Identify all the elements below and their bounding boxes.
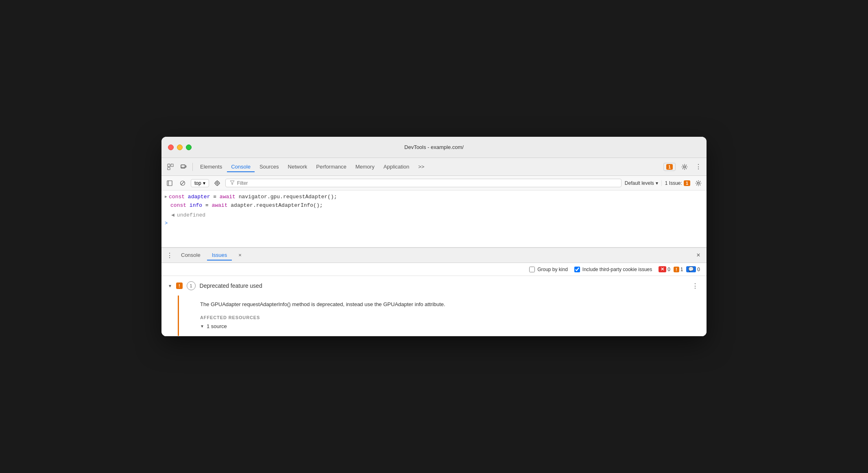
include-third-party-label[interactable]: Include third-party cookie issues <box>574 267 652 272</box>
more-options-icon[interactable]: ⋮ <box>694 162 703 172</box>
error-count-text: 0 <box>667 267 670 272</box>
window-title: DevTools - example.com/ <box>404 144 464 150</box>
traffic-lights <box>168 145 192 150</box>
sidebar-toggle-icon[interactable] <box>165 178 174 188</box>
toolbar-divider <box>192 163 193 171</box>
group-by-kind-checkbox[interactable] <box>529 267 535 272</box>
keyword-await-1: await <box>220 194 239 200</box>
fn-requestAdapterInfo: adapter.requestAdapterInfo(); <box>231 202 323 208</box>
source-toggle[interactable]: ▼ 1 source <box>200 323 700 329</box>
default-levels-label: Default levels <box>625 180 654 186</box>
info-count-text: 0 <box>697 267 700 272</box>
issue-more-icon[interactable]: ⋮ <box>690 281 700 291</box>
prompt-line[interactable]: > <box>161 219 707 228</box>
svg-rect-1 <box>171 164 173 166</box>
filter-input[interactable] <box>237 180 617 186</box>
settings-icon[interactable] <box>679 161 690 173</box>
svg-rect-7 <box>167 181 172 186</box>
svg-rect-0 <box>168 164 170 166</box>
keyword-const-1: const <box>169 194 188 200</box>
svg-rect-3 <box>181 165 185 168</box>
svg-point-6 <box>684 166 686 168</box>
tab-memory[interactable]: Memory <box>351 161 379 172</box>
issues-counts: ✕ 0 ! 1 💬 0 <box>659 266 700 272</box>
close-button[interactable] <box>168 145 174 150</box>
svg-marker-17 <box>230 181 234 184</box>
svg-point-18 <box>698 182 700 184</box>
panel-close-icon[interactable]: × <box>694 250 703 260</box>
expand-arrow[interactable]: ▶ <box>165 194 167 200</box>
code-block: const adapter = await navigator.gpu.requ… <box>169 193 337 210</box>
fn-requestAdapter: navigator.gpu.requestAdapter(); <box>239 194 337 200</box>
maximize-button[interactable] <box>186 145 192 150</box>
warn-count-icon: ! <box>674 267 679 272</box>
minimize-button[interactable] <box>177 145 183 150</box>
context-selector[interactable]: top ▾ <box>191 179 209 187</box>
prompt-icon: > <box>165 221 168 226</box>
tab-application[interactable]: Application <box>379 161 414 172</box>
tab-network[interactable]: Network <box>284 161 312 172</box>
panel-tab-console[interactable]: Console <box>176 250 205 261</box>
group-by-kind-text: Group by kind <box>537 267 568 272</box>
issues-warn-badge: 1 <box>684 180 690 186</box>
issue-warn-count: 1 <box>666 164 673 170</box>
issues-panel: Group by kind Include third-party cookie… <box>161 263 707 336</box>
issue-chevron-icon: ▼ <box>168 284 172 288</box>
tab-more[interactable]: >> <box>414 161 428 172</box>
keyword-const-2: const <box>170 202 190 208</box>
affected-resources-label: AFFECTED RESOURCES <box>200 315 700 320</box>
var-info: info <box>190 202 202 208</box>
svg-point-11 <box>215 181 219 185</box>
issue-description: The GPUAdapter requestAdapterInfo() meth… <box>200 300 700 309</box>
warn-count-text: 1 <box>680 267 683 272</box>
filter-icon <box>230 180 235 186</box>
tab-elements[interactable]: Elements <box>196 161 226 172</box>
info-count-badge: 💬 0 <box>686 266 700 272</box>
main-toolbar: Elements Console Sources Network Perform… <box>161 158 707 176</box>
context-dropdown-icon: ▾ <box>203 180 205 186</box>
svg-line-10 <box>181 182 184 185</box>
issues-filter-bar: Group by kind Include third-party cookie… <box>161 263 707 276</box>
console-output: ▶ const adapter = await navigator.gpu.re… <box>161 191 707 247</box>
filter-input-box[interactable] <box>225 179 622 187</box>
console-toolbar: top ▾ Default levels ▾ <box>161 176 707 191</box>
default-levels-dropdown-icon: ▾ <box>656 180 658 186</box>
issue-group-header[interactable]: ▼ ! 1 Deprecated feature used ⋮ <box>161 276 707 296</box>
issues-count-display[interactable]: 1 Issue: 1 <box>661 180 690 186</box>
live-expressions-icon[interactable] <box>212 178 222 188</box>
warn-count-badge: ! 1 <box>674 267 683 272</box>
svg-rect-4 <box>185 166 186 167</box>
source-toggle-label: 1 source <box>207 323 227 329</box>
toolbar-right: 1 ⋮ <box>663 161 703 173</box>
keyword-await-2: await <box>212 202 231 208</box>
bottom-panel-header: ⋮ Console Issues × × <box>161 247 707 263</box>
panel-tab-close[interactable]: × <box>233 250 246 261</box>
tab-performance[interactable]: Performance <box>312 161 350 172</box>
error-count-badge: ✕ 0 <box>659 266 670 272</box>
issues-text: 1 Issue: <box>665 180 682 186</box>
issue-body: The GPUAdapter requestAdapterInfo() meth… <box>178 296 707 336</box>
device-toggle-icon[interactable] <box>178 161 189 173</box>
inspect-icon[interactable] <box>165 161 176 173</box>
tab-sources[interactable]: Sources <box>255 161 283 172</box>
source-toggle-arrow-icon: ▼ <box>200 324 204 328</box>
default-levels-selector[interactable]: Default levels ▾ <box>625 180 658 186</box>
context-label: top <box>194 180 201 186</box>
svg-rect-2 <box>168 167 170 170</box>
panel-menu-icon[interactable]: ⋮ <box>165 250 174 260</box>
return-text: undefined <box>177 212 205 218</box>
issue-badge[interactable]: 1 <box>663 163 676 171</box>
tab-console[interactable]: Console <box>227 161 255 172</box>
panel-tab-issues[interactable]: Issues <box>207 250 232 261</box>
devtools-window: DevTools - example.com/ Elements Console… <box>161 137 707 336</box>
group-by-kind-label[interactable]: Group by kind <box>529 267 568 272</box>
clear-console-icon[interactable] <box>178 178 188 188</box>
include-third-party-checkbox[interactable] <box>574 267 580 272</box>
return-value: ◀undefined <box>161 211 707 219</box>
info-count-icon: 💬 <box>686 266 696 272</box>
var-adapter: adapter <box>188 194 210 200</box>
console-entry: ▶ const adapter = await navigator.gpu.re… <box>161 192 707 211</box>
issue-count-circle: 1 <box>187 281 196 290</box>
svg-point-12 <box>216 182 218 184</box>
console-settings-icon[interactable] <box>694 178 703 188</box>
